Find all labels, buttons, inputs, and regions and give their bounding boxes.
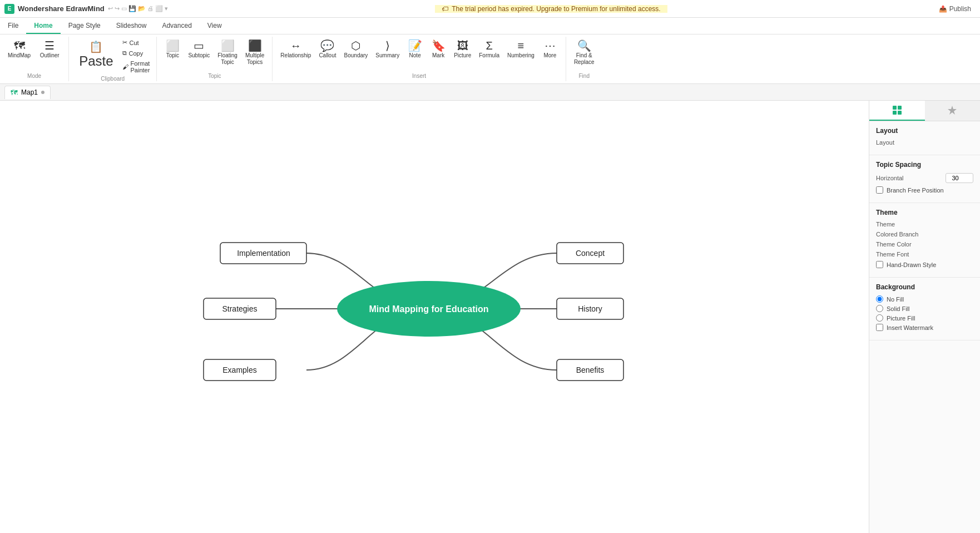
more-icon: ⋯ [545, 40, 556, 51]
clipboard-label: Clipboard [71, 76, 154, 84]
tab-view[interactable]: View [200, 18, 230, 34]
main-area: Mind Mapping for Education Implementatio… [0, 101, 980, 533]
floating-topic-icon: ⬜ [221, 40, 235, 51]
publish-button[interactable]: 📤 Publish [934, 5, 976, 13]
hand-drawn-row: Hand-Drawn Style [876, 261, 973, 268]
paste-button[interactable]: 📋 Paste [73, 38, 118, 73]
ai-tab-icon [947, 105, 958, 116]
format-painter-icon: 🖌 [122, 63, 128, 70]
clipboard-col: ✂ Cut ⧉ Copy 🖌 FormatPainter [120, 38, 152, 75]
theme-title: Theme [876, 209, 973, 216]
tab-page-style[interactable]: Page Style [61, 18, 108, 34]
mark-icon: 🔖 [432, 40, 446, 51]
note-button[interactable]: 📝 Note [404, 38, 426, 61]
theme-color-label: Theme Color [876, 241, 912, 248]
more-button[interactable]: ⋯ More [539, 38, 561, 61]
trial-text: The trial period has expired. Upgrade to… [452, 5, 661, 13]
callout-icon: 💬 [320, 40, 334, 51]
picture-button[interactable]: 🖼 Picture [451, 38, 474, 61]
mode-items: 🗺 MindMap ☰ Outliner [2, 37, 66, 73]
tab-slideshow[interactable]: Slideshow [108, 18, 155, 34]
doc-tab-label: Map1 [21, 88, 38, 96]
summary-button[interactable]: ⟩ Summary [372, 38, 403, 61]
ribbon-tabs: File Home Page Style Slideshow Advanced … [0, 18, 980, 34]
boundary-button[interactable]: ⬡ Boundary [341, 38, 372, 61]
layout-title: Layout [876, 127, 973, 135]
insert-label: Insert [275, 73, 563, 81]
doc-tab-map1[interactable]: 🗺 Map1 [4, 86, 51, 99]
background-section: Background No Fill Solid Fill Picture Fi… [869, 278, 980, 340]
canvas[interactable]: Mind Mapping for Education Implementatio… [0, 101, 869, 533]
topic-button[interactable]: ⬜ Topic [161, 38, 184, 61]
subtopic-button[interactable]: ▭ Subtopic [185, 38, 213, 61]
title-bar-left: E Wondershare EdrawMind ↩ ↪ ▭ 💾 📂 🖨 ⬜ ▾ [4, 4, 168, 14]
branch-free-checkbox[interactable] [876, 186, 883, 194]
mindmap-svg: Mind Mapping for Education Implementatio… [156, 136, 712, 498]
find-replace-button[interactable]: 🔍 Find &Replace [571, 38, 598, 68]
ribbon-group-insert: ↔ Relationship 💬 Callout ⬡ Boundary ⟩ Su… [273, 37, 566, 81]
relationship-button[interactable]: ↔ Relationship [277, 38, 314, 61]
layout-section: Layout Layout [869, 121, 980, 155]
formula-button[interactable]: Σ Formula [476, 38, 503, 61]
panel-tab-layout[interactable] [869, 101, 925, 121]
summary-icon: ⟩ [385, 40, 390, 51]
formula-icon: Σ [486, 40, 492, 51]
topic-items: ⬜ Topic ▭ Subtopic ⬜ FloatingTopic ⬛ Mul… [159, 37, 270, 73]
no-fill-radio[interactable] [876, 295, 883, 303]
tab-advanced[interactable]: Advanced [154, 18, 199, 34]
mode-label: Mode [2, 73, 66, 81]
watermark-label: Insert Watermark [887, 324, 933, 331]
watermark-row: Insert Watermark [876, 324, 973, 331]
theme-row: Theme [876, 221, 973, 228]
find-items: 🔍 Find &Replace [568, 37, 600, 73]
node-concept-text: Concept [576, 249, 605, 258]
hand-drawn-checkbox[interactable] [876, 261, 883, 268]
outliner-button[interactable]: ☰ Outliner [35, 38, 64, 61]
picture-fill-radio[interactable] [876, 314, 883, 322]
panel-tab-ai[interactable] [925, 101, 981, 121]
node-examples-text: Examples [222, 366, 256, 374]
copy-button[interactable]: ⧉ Copy [120, 48, 152, 58]
numbering-button[interactable]: ≡ Numbering [504, 38, 538, 61]
callout-button[interactable]: 💬 Callout [315, 38, 339, 61]
trial-icon: 🏷 [442, 5, 448, 13]
background-title: Background [876, 283, 973, 291]
multiple-topics-button[interactable]: ⬛ MultipleTopics [242, 38, 268, 68]
mindmap-button[interactable]: 🗺 MindMap [4, 38, 34, 61]
watermark-checkbox[interactable] [876, 324, 883, 331]
solid-fill-radio[interactable] [876, 305, 883, 312]
title-bar: E Wondershare EdrawMind ↩ ↪ ▭ 💾 📂 🖨 ⬜ ▾ … [0, 0, 980, 18]
theme-font-label: Theme Font [876, 251, 909, 258]
boundary-icon: ⬡ [351, 40, 360, 51]
branch-free-label: Branch Free Position [887, 187, 944, 194]
topic-label: Topic [159, 73, 270, 81]
svg-rect-3 [898, 111, 902, 115]
topic-icon: ⬜ [166, 40, 180, 51]
theme-section: Theme Theme Colored Branch Theme Color T… [869, 203, 980, 278]
mindmap-icon: 🗺 [14, 40, 25, 51]
ribbon-group-clipboard: 📋 Paste ✂ Cut ⧉ Copy 🖌 FormatPainter [69, 37, 157, 81]
topic-spacing-title: Topic Spacing [876, 161, 973, 169]
numbering-icon: ≡ [518, 40, 524, 51]
hand-drawn-label: Hand-Drawn Style [887, 261, 936, 268]
mark-button[interactable]: 🔖 Mark [427, 38, 449, 61]
trial-bar: 🏷 The trial period has expired. Upgrade … [435, 5, 667, 13]
node-history-text: History [578, 304, 602, 313]
ribbon: File Home Page Style Slideshow Advanced … [0, 18, 980, 84]
ribbon-group-topic: ⬜ Topic ▭ Subtopic ⬜ FloatingTopic ⬛ Mul… [157, 37, 273, 81]
svg-rect-2 [893, 111, 897, 115]
branch-free-row: Branch Free Position [876, 186, 973, 194]
format-painter-button[interactable]: 🖌 FormatPainter [120, 59, 152, 75]
tab-file[interactable]: File [0, 18, 26, 34]
horizontal-label: Horizontal [876, 175, 904, 181]
floating-topic-button[interactable]: ⬜ FloatingTopic [214, 38, 241, 68]
solid-fill-label: Solid Fill [887, 305, 910, 312]
copy-icon: ⧉ [122, 50, 127, 57]
theme-font-row: Theme Font [876, 251, 973, 258]
cut-button[interactable]: ✂ Cut [120, 38, 152, 47]
no-fill-label: No Fill [887, 296, 904, 303]
picture-fill-label: Picture Fill [887, 315, 915, 322]
tab-home[interactable]: Home [26, 18, 60, 34]
topic-spacing-section: Topic Spacing Horizontal Branch Free Pos… [869, 155, 980, 203]
horizontal-input[interactable] [946, 173, 973, 183]
